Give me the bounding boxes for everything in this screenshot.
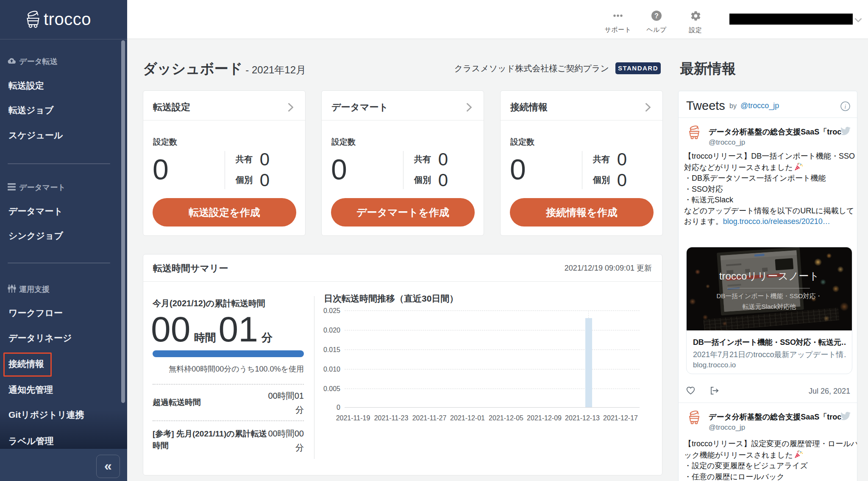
svg-text:i: i [845,103,846,110]
svg-text:?: ? [654,12,659,20]
